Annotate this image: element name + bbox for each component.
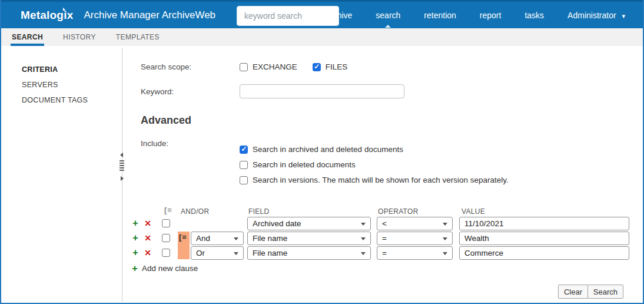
- operator-column-header: OPERATOR: [378, 207, 419, 216]
- advanced-heading: Advanced: [141, 114, 191, 127]
- delete-clause-row-icon[interactable]: ✕: [143, 217, 152, 230]
- versions-checkbox-label: Search in versions. The match will be sh…: [253, 176, 509, 184]
- nav-item-administrator[interactable]: Administrator ▾: [566, 8, 626, 22]
- plus-icon: +: [132, 263, 138, 273]
- splitter-grip-icon: [119, 160, 124, 172]
- sidebar-item-criteria[interactable]: CRITERIA: [22, 65, 58, 74]
- search-button[interactable]: Search: [587, 285, 623, 299]
- nav-item-search[interactable]: search: [374, 8, 401, 22]
- value-input[interactable]: [459, 217, 629, 230]
- operator-select[interactable]: =: [377, 232, 453, 245]
- chevron-down-icon: [361, 223, 366, 226]
- delete-clause-row-icon[interactable]: ✕: [143, 232, 152, 244]
- clause-row-checkbox[interactable]: [162, 249, 170, 257]
- active-nav-caret-icon: [385, 25, 391, 28]
- sidebar-item-servers[interactable]: SERVERS: [22, 81, 58, 89]
- search-scope-options: EXCHANGE FILES: [240, 62, 347, 71]
- operator-select-value: <: [382, 219, 387, 228]
- chevron-down-icon: [443, 223, 447, 226]
- metalogix-logo: Metalogix: [21, 9, 73, 22]
- value-input[interactable]: [459, 246, 629, 260]
- andor-select[interactable]: Or: [191, 246, 244, 260]
- include-option-archived-deleted: Search in archived and deleted documents: [240, 145, 403, 154]
- andor-select-value: And: [196, 234, 210, 243]
- app-header: Metalogix Archive Manager ArchiveWeb arc…: [1, 0, 643, 28]
- expand-right-icon: [121, 176, 124, 181]
- archived-deleted-checkbox-label: Search in archived and deleted documents: [253, 145, 403, 154]
- chevron-down-icon: [234, 237, 238, 240]
- keyword-label: Keyword:: [141, 87, 174, 96]
- tab-templates[interactable]: TEMPLATES: [116, 28, 160, 46]
- operator-select-value: =: [382, 234, 387, 243]
- field-column-header: FIELD: [248, 207, 270, 216]
- search-scope-label: Search scope:: [141, 62, 191, 71]
- field-select-value: File name: [253, 234, 287, 243]
- add-new-clause-label: Add new clause: [142, 264, 198, 273]
- group-column-icon: [≡: [164, 206, 172, 214]
- files-checkbox-label: FILES: [326, 62, 348, 71]
- sub-tab-bar: SEARCH HISTORY TEMPLATES: [1, 28, 643, 46]
- nav-item-tasks[interactable]: tasks: [523, 8, 545, 22]
- archiveweb-window: Metalogix Archive Manager ArchiveWeb arc…: [0, 0, 644, 304]
- versions-checkbox[interactable]: [240, 176, 248, 184]
- archived-deleted-checkbox[interactable]: [240, 146, 248, 154]
- exchange-checkbox-label: EXCHANGE: [253, 62, 297, 71]
- include-label: Include:: [141, 139, 168, 148]
- deleted-checkbox[interactable]: [240, 161, 248, 169]
- field-select[interactable]: File name: [247, 246, 371, 260]
- andor-column-header: AND/OR: [181, 207, 209, 216]
- operator-select-value: =: [382, 249, 387, 257]
- keyword-input[interactable]: [240, 84, 404, 98]
- add-clause-row-icon[interactable]: +: [131, 217, 140, 230]
- collapse-left-icon: [120, 153, 123, 157]
- clause-row-checkbox[interactable]: [162, 234, 170, 242]
- field-select-value: File name: [253, 249, 287, 257]
- delete-clause-row-icon[interactable]: ✕: [143, 246, 152, 259]
- chevron-down-icon: [361, 252, 366, 255]
- andor-select-value: Or: [196, 249, 205, 257]
- nav-item-retention[interactable]: retention: [423, 8, 457, 22]
- value-input[interactable]: [459, 232, 629, 245]
- sidebar-item-document-tags[interactable]: DOCUMENT TAGS: [22, 96, 88, 104]
- operator-select[interactable]: =: [377, 246, 453, 260]
- administrator-label: Administrator: [567, 11, 616, 20]
- chevron-down-icon: [234, 252, 238, 255]
- keyword-search-input[interactable]: [237, 6, 339, 26]
- app-title: Archive Manager ArchiveWeb: [84, 9, 215, 21]
- chevron-down-icon: [443, 237, 447, 240]
- nav-item-archive[interactable]: archive: [324, 8, 353, 22]
- tab-history[interactable]: HISTORY: [63, 28, 96, 46]
- main-nav: archive search retention report tasks Ad…: [324, 2, 626, 28]
- clause-row-checkbox[interactable]: [162, 219, 170, 227]
- include-option-versions: Search in versions. The match will be sh…: [240, 176, 509, 184]
- metalogix-logo-accent-icon: [63, 7, 67, 11]
- field-select[interactable]: Archived date: [247, 217, 371, 230]
- add-new-clause-link[interactable]: + Add new clause: [132, 263, 198, 273]
- exchange-checkbox[interactable]: [240, 63, 248, 71]
- add-clause-row-icon[interactable]: +: [131, 246, 140, 259]
- include-option-deleted: Search in deleted documents: [240, 160, 356, 169]
- chevron-down-icon: [443, 252, 447, 255]
- content-area: CRITERIA SERVERS DOCUMENT TAGS Search sc…: [2, 48, 642, 302]
- operator-select[interactable]: <: [377, 217, 453, 230]
- nav-item-report[interactable]: report: [479, 8, 503, 22]
- field-select[interactable]: File name: [247, 232, 371, 245]
- andor-select[interactable]: And: [191, 232, 244, 245]
- clause-group-indicator[interactable]: [≡: [178, 232, 190, 259]
- field-select-value: Archived date: [253, 219, 301, 228]
- group-icon: [≡: [179, 233, 187, 242]
- add-clause-row-icon[interactable]: +: [131, 232, 140, 244]
- clear-button[interactable]: Clear: [558, 285, 588, 299]
- tab-search[interactable]: SEARCH: [12, 28, 43, 46]
- chevron-down-icon: [361, 237, 366, 240]
- nav-item-search-label: search: [376, 11, 400, 20]
- chevron-down-icon: ▾: [622, 12, 625, 19]
- deleted-checkbox-label: Search in deleted documents: [253, 160, 356, 169]
- sidebar-splitter-handle[interactable]: [118, 153, 125, 181]
- value-column-header: VALUE: [462, 207, 485, 216]
- files-checkbox[interactable]: [313, 63, 321, 71]
